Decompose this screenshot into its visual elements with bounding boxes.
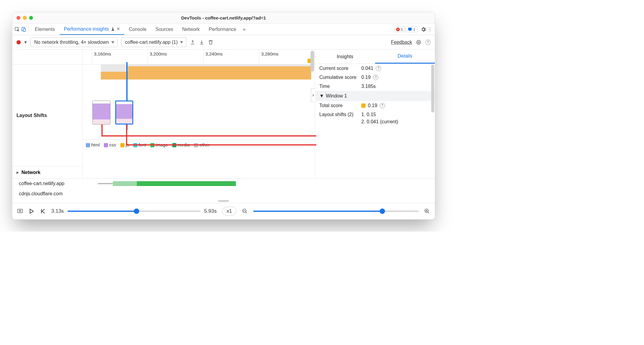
more-tabs-icon[interactable]: » [241, 27, 247, 32]
layout-shift-item-2[interactable]: 2. 0.041 (current) [361, 119, 398, 124]
time-value: 3.185s [361, 84, 376, 89]
window-1-header[interactable]: ▼ Window 1 [315, 91, 435, 101]
feedback-link[interactable]: Feedback [391, 40, 412, 45]
play-icon[interactable] [29, 208, 35, 214]
inspect-icon[interactable] [14, 26, 20, 32]
total-score-value: 0.19 [368, 103, 377, 108]
close-tab-icon[interactable]: × [117, 26, 120, 32]
tab-elements[interactable]: Elements [31, 24, 59, 35]
tab-sources[interactable]: Sources [151, 24, 177, 35]
time-start: 3.13s [51, 208, 64, 214]
svg-rect-2 [23, 28, 26, 32]
help-icon[interactable]: ? [376, 66, 381, 71]
help-icon[interactable]: ? [425, 40, 431, 45]
zoom-in-icon[interactable] [424, 208, 430, 214]
zoom-slider[interactable] [253, 211, 419, 212]
total-score-label: Total score [319, 103, 361, 108]
import-icon[interactable] [199, 40, 204, 45]
window-minimize-button[interactable] [23, 16, 27, 20]
tab-insights[interactable]: Insights [315, 50, 375, 64]
table-row[interactable]: cdnjs.cloudflare.com [12, 189, 435, 199]
score-swatch [361, 104, 366, 108]
collapse-panel-icon[interactable]: › [311, 88, 315, 102]
expand-network-icon[interactable]: ▸ [17, 170, 19, 175]
chevron-down-icon: ▼ [319, 93, 324, 99]
panel-settings-icon[interactable] [416, 39, 422, 45]
layout-shift-1[interactable] [92, 100, 110, 124]
preview-icon[interactable] [17, 208, 23, 214]
main-area: Layout Shifts ▸ Network 3,160ms 3,200ms … [12, 50, 435, 178]
layout-shift-2[interactable] [115, 100, 133, 124]
window-close-button[interactable] [17, 16, 20, 20]
window-1-label: Window 1 [326, 93, 347, 99]
speed-select[interactable]: x1 [222, 207, 236, 216]
settings-icon[interactable] [420, 26, 426, 32]
cumulative-score-label: Cumulative score [319, 75, 361, 80]
tab-performance-insights[interactable]: Performance insights × [60, 24, 124, 35]
tab-console[interactable]: Console [125, 24, 151, 35]
throttling-value: No network throttling, 4× slowdown [34, 40, 109, 45]
flask-icon [111, 27, 115, 31]
tick: 3,240ms [203, 50, 259, 64]
tab-details[interactable]: Details [375, 50, 435, 64]
help-icon[interactable]: ? [373, 75, 378, 80]
host-label: cdnjs.cloudflare.com [12, 191, 83, 196]
layout-shift-thumbs [92, 100, 133, 124]
details-panel: Insights Details Current score 0.041 ? C… [315, 50, 435, 178]
page-select-value: coffee-cart.netlify.app (1) [125, 40, 178, 45]
export-icon[interactable] [190, 40, 195, 45]
legend-css: css [109, 142, 116, 147]
record-button[interactable] [17, 40, 21, 44]
svg-point-3 [417, 40, 420, 44]
layout-shifts-label: Layout shifts (2) [319, 112, 361, 117]
horizontal-scrollbar[interactable] [12, 199, 435, 203]
error-badge[interactable]: ✕ 1 [394, 26, 405, 32]
tick: 3,160ms [92, 50, 148, 64]
details-scrollbar[interactable] [431, 64, 434, 112]
separator [29, 26, 29, 33]
current-score-label: Current score [319, 66, 361, 71]
delete-icon[interactable] [208, 40, 213, 45]
window-maximize-button[interactable] [29, 16, 33, 20]
tab-performance[interactable]: Performance [205, 24, 241, 35]
record-dropdown-icon[interactable]: ▾ [24, 39, 27, 45]
error-icon: ✕ [396, 28, 400, 31]
svg-point-6 [20, 210, 21, 212]
window-title: DevTools - coffee-cart.netlify.app/?ad=1 [12, 15, 435, 20]
left-column: Layout Shifts ▸ Network [12, 50, 83, 178]
network-section-label: Network [21, 170, 40, 175]
rewind-icon[interactable] [40, 208, 46, 214]
throttling-select[interactable]: No network throttling, 4× slowdown [30, 38, 118, 47]
kebab-icon[interactable]: ⋮ [427, 26, 433, 32]
titlebar: DevTools - coffee-cart.netlify.app/?ad=1 [12, 12, 435, 24]
issues-badge[interactable]: 1 [406, 26, 417, 32]
vertical-scrollbar[interactable] [311, 51, 314, 72]
issue-icon [408, 27, 412, 32]
flame-chart[interactable] [101, 64, 311, 94]
page-select[interactable]: coffee-cart.netlify.app (1) [121, 38, 187, 47]
insights-toolbar: ▾ No network throttling, 4× slowdown cof… [12, 35, 435, 50]
current-score-value: 0.041 [361, 66, 373, 71]
time-slider[interactable]: 3.13s 5.93s [51, 208, 217, 214]
time-ruler: 3,160ms 3,200ms 3,240ms 3,280ms [83, 50, 315, 64]
svg-point-4 [418, 41, 420, 43]
playback-footer: 3.13s 5.93s x1 [12, 203, 435, 219]
devtools-tabs: Elements Performance insights × Console … [12, 24, 435, 35]
details-tabs: Insights Details [315, 50, 435, 64]
error-count: 1 [401, 27, 403, 32]
cumulative-score-value: 0.19 [361, 75, 371, 80]
layout-shift-item-1[interactable]: 1. 0.15 [361, 112, 398, 117]
time-label: Time [319, 84, 361, 89]
help-icon[interactable]: ? [380, 103, 385, 108]
layout-shifts-label: Layout Shifts [12, 110, 51, 121]
time-end: 5.93s [204, 208, 217, 214]
host-label: coffee-cart.netlify.app [12, 181, 83, 186]
svg-rect-5 [18, 209, 23, 213]
device-toggle-icon[interactable] [21, 26, 27, 32]
tab-network[interactable]: Network [178, 24, 204, 35]
table-row[interactable]: coffee-cart.netlify.app [12, 178, 435, 189]
issue-count: 1 [413, 27, 415, 32]
zoom-out-icon[interactable] [242, 208, 248, 214]
timeline[interactable]: 3,160ms 3,200ms 3,240ms 3,280ms [83, 50, 315, 178]
tick: 3,200ms [148, 50, 203, 64]
